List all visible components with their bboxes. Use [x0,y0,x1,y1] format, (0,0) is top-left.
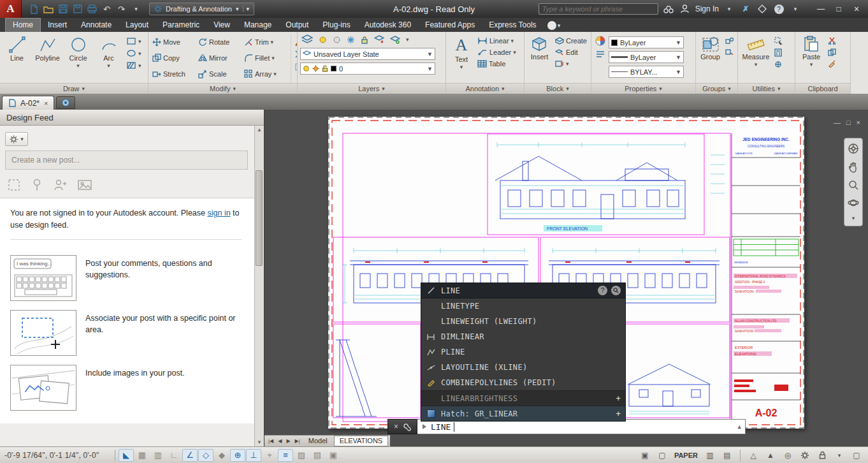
layer-lock-button[interactable] [359,35,370,45]
annotation-scale-icon[interactable]: ◎ [781,449,795,462]
text-button[interactable]: A Text ▾ [449,34,474,83]
suggestion-hatch-gr-linear[interactable]: Hatch: GR_LINEAR + [421,406,625,421]
3d-object-snap-toggle[interactable]: ◆ [214,449,229,462]
post-pin-icon[interactable] [32,179,42,191]
layout-prev-button[interactable]: ◀ [276,438,284,444]
object-snap-tracking-toggle[interactable]: ⊕ [230,449,245,462]
panel-label-utilities[interactable]: Utilities▾ [738,83,795,94]
layer-state-combo[interactable]: Unsaved Layer State ▼ [300,48,435,60]
tab-parametric[interactable]: Parametric [156,18,206,32]
suggestion-dimlinear[interactable]: DIMLINEAR [421,329,625,344]
workspace-switching-gear-icon[interactable] [798,449,812,462]
tab-model[interactable]: Model [303,436,333,446]
sign-in-link[interactable]: sign in [207,209,230,217]
tab-output[interactable]: Output [278,18,315,32]
explode-button[interactable] [293,49,297,59]
arc-button[interactable]: Arc ▾ [94,34,123,83]
search-box[interactable] [539,3,658,15]
ellipse-flyout-button[interactable]: ▾ [125,48,143,58]
fillet-button[interactable]: Fillet▾ [243,53,289,63]
layout-next-button[interactable]: ▶ [284,438,292,444]
match-props-button[interactable] [827,59,837,68]
layer-properties-button[interactable] [300,34,314,45]
search-input[interactable] [542,5,655,13]
maximize-button[interactable]: □ [830,2,848,16]
suggestion-lineweight[interactable]: LINEWEIGHT (LWEIGHT) [421,314,625,329]
workspace-switcher[interactable]: Drafting & Annotation ▾ ▾ [149,3,254,15]
suggestion-line[interactable]: LINE ? [421,283,625,298]
dynamic-ucs-toggle[interactable]: ⊥ [246,449,261,462]
hatch-flyout-button[interactable]: ▾ [125,61,143,70]
layer-combo[interactable]: 0 ▼ [300,62,435,75]
tab-autodesk-360[interactable]: Autodesk 360 [358,18,418,32]
save-as-button[interactable] [71,3,84,16]
autodesk-360-icon[interactable]: ✗ [739,3,752,15]
suggestion-pline[interactable]: PLINE [421,344,625,360]
qat-dropdown-arrow-icon[interactable]: ▾ [129,3,143,16]
status-menu-chevron-icon[interactable]: ▾ [832,449,846,462]
insert-block-button[interactable]: Insert [527,34,552,83]
layer-tools-chevron[interactable]: ▾ [405,36,410,43]
layer-current-button[interactable] [389,34,401,45]
tab-featured-apps[interactable]: Featured Apps [418,18,482,32]
circle-button[interactable]: Circle ▾ [64,34,92,83]
arc-flyout-arrow-icon[interactable]: ▾ [107,62,110,69]
match-properties-button[interactable] [594,35,607,47]
table-button[interactable]: Table [476,59,517,68]
selection-cycling-toggle[interactable]: ▣ [326,449,341,462]
transparency-toggle[interactable]: ▨ [294,449,309,462]
panel-label-properties[interactable]: Properties▾ [591,83,695,94]
sign-in-chevron-icon[interactable]: ▾ [723,3,735,15]
tab-elevations[interactable]: ELEVATIONS [334,436,388,446]
exchange-apps-icon[interactable] [756,3,769,15]
orbit-icon[interactable] [848,198,859,208]
rotate-button[interactable]: Rotate [197,37,243,47]
quick-calculator-button[interactable] [773,48,784,57]
lineweight-combo[interactable]: ByLayer ▼ [609,51,684,63]
drawing-close-icon[interactable]: × [857,119,860,126]
redo-button[interactable]: ↷ [115,3,128,16]
layer-isolate-button[interactable] [331,35,342,45]
measure-button[interactable]: Measure ▾ [741,34,771,83]
leader-button[interactable]: Leader▾ [476,48,517,57]
palette-scrollbar[interactable]: ▲ ▼ [254,126,264,446]
paste-button[interactable]: Paste ▾ [798,34,825,83]
expand-plus-icon[interactable]: + [616,393,621,403]
panel-label-annotation[interactable]: Annotation▾ [446,83,524,94]
layer-off-button[interactable] [317,35,328,45]
minimize-button[interactable]: — [812,2,830,16]
new-post-input[interactable]: Create a new post... [5,151,248,170]
id-point-button[interactable] [773,60,784,69]
undo-button[interactable]: ↶ [100,3,113,16]
model-space-icon[interactable]: ▣ [638,449,652,462]
suggestion-linetype[interactable]: LINETYPE [421,298,625,314]
layout-last-button[interactable]: ▶| [293,438,302,444]
drawing-restore-icon[interactable]: □ [846,119,851,126]
grid-display-toggle[interactable]: ▥ [150,449,166,462]
tab-view[interactable]: View [206,18,237,32]
measure-flyout-arrow-icon[interactable]: ▾ [755,61,758,68]
coordinate-readout[interactable]: -0'-9 17/64", 0'-1 1/4", 0'-0" [4,451,112,460]
scale-button[interactable]: Scale [197,69,243,79]
panel-label-block[interactable]: Block▾ [524,83,591,94]
block-attributes-button[interactable]: ▾ [554,59,588,68]
search-circle-icon[interactable] [611,286,621,295]
paper-space-button[interactable]: PAPER [672,452,700,459]
toolbar-lock-icon[interactable] [815,449,829,462]
zoom-magnifier-icon[interactable] [848,180,859,191]
expand-plus-icon[interactable]: + [616,409,621,418]
help-circle-icon[interactable]: ? [598,286,607,295]
infer-constraints-toggle[interactable]: ◣ [119,449,134,462]
workspace-extra-chevron-icon[interactable]: ▾ [243,6,250,12]
design-feed-header[interactable]: Design Feed [0,110,264,126]
snap-mode-toggle[interactable]: ▦ [134,449,150,462]
new-drawing-tab-button[interactable] [56,96,75,109]
pan-hand-icon[interactable] [848,161,858,173]
feed-settings-button[interactable]: ▾ [5,132,28,146]
panel-label-draw[interactable]: Draw▾ [0,83,148,94]
dynamic-input-toggle[interactable]: + [262,449,277,462]
suggestion-layoutline[interactable]: LAYOUTLINE (XLINE) [421,360,625,375]
layout-space-icon[interactable]: ▢ [655,449,669,462]
tab-plugins[interactable]: Plug-ins [315,18,357,32]
help-icon[interactable]: ? [772,3,785,15]
